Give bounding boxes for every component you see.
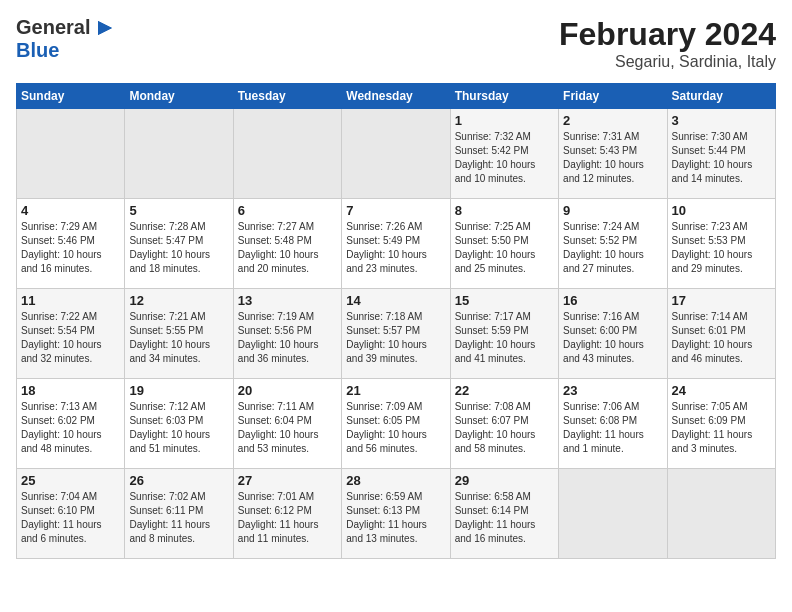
day-info: Sunrise: 7:12 AM Sunset: 6:03 PM Dayligh… xyxy=(129,400,228,456)
day-number: 15 xyxy=(455,293,554,308)
day-number: 9 xyxy=(563,203,662,218)
day-info: Sunrise: 7:17 AM Sunset: 5:59 PM Dayligh… xyxy=(455,310,554,366)
calendar-cell: 24Sunrise: 7:05 AM Sunset: 6:09 PM Dayli… xyxy=(667,379,775,469)
header-wednesday: Wednesday xyxy=(342,84,450,109)
header-tuesday: Tuesday xyxy=(233,84,341,109)
logo-general: General xyxy=(16,16,90,39)
svg-marker-1 xyxy=(98,21,112,35)
day-number: 22 xyxy=(455,383,554,398)
day-info: Sunrise: 7:06 AM Sunset: 6:08 PM Dayligh… xyxy=(563,400,662,456)
calendar-subtitle: Segariu, Sardinia, Italy xyxy=(559,53,776,71)
day-number: 21 xyxy=(346,383,445,398)
day-number: 3 xyxy=(672,113,771,128)
day-info: Sunrise: 7:28 AM Sunset: 5:47 PM Dayligh… xyxy=(129,220,228,276)
day-number: 27 xyxy=(238,473,337,488)
day-info: Sunrise: 7:09 AM Sunset: 6:05 PM Dayligh… xyxy=(346,400,445,456)
calendar-cell xyxy=(125,109,233,199)
calendar-cell: 9Sunrise: 7:24 AM Sunset: 5:52 PM Daylig… xyxy=(559,199,667,289)
day-number: 24 xyxy=(672,383,771,398)
calendar-cell: 20Sunrise: 7:11 AM Sunset: 6:04 PM Dayli… xyxy=(233,379,341,469)
day-number: 1 xyxy=(455,113,554,128)
logo: General Blue xyxy=(16,16,116,62)
calendar-cell: 13Sunrise: 7:19 AM Sunset: 5:56 PM Dayli… xyxy=(233,289,341,379)
day-number: 28 xyxy=(346,473,445,488)
title-block: February 2024 Segariu, Sardinia, Italy xyxy=(559,16,776,71)
calendar-cell: 19Sunrise: 7:12 AM Sunset: 6:03 PM Dayli… xyxy=(125,379,233,469)
day-info: Sunrise: 7:05 AM Sunset: 6:09 PM Dayligh… xyxy=(672,400,771,456)
day-info: Sunrise: 7:13 AM Sunset: 6:02 PM Dayligh… xyxy=(21,400,120,456)
day-number: 20 xyxy=(238,383,337,398)
day-info: Sunrise: 7:22 AM Sunset: 5:54 PM Dayligh… xyxy=(21,310,120,366)
day-number: 7 xyxy=(346,203,445,218)
header-sunday: Sunday xyxy=(17,84,125,109)
calendar-cell xyxy=(667,469,775,559)
day-info: Sunrise: 7:26 AM Sunset: 5:49 PM Dayligh… xyxy=(346,220,445,276)
calendar-week-row: 1Sunrise: 7:32 AM Sunset: 5:42 PM Daylig… xyxy=(17,109,776,199)
calendar-table: SundayMondayTuesdayWednesdayThursdayFrid… xyxy=(16,83,776,559)
day-info: Sunrise: 7:29 AM Sunset: 5:46 PM Dayligh… xyxy=(21,220,120,276)
calendar-week-row: 11Sunrise: 7:22 AM Sunset: 5:54 PM Dayli… xyxy=(17,289,776,379)
day-number: 17 xyxy=(672,293,771,308)
day-info: Sunrise: 7:32 AM Sunset: 5:42 PM Dayligh… xyxy=(455,130,554,186)
day-info: Sunrise: 7:21 AM Sunset: 5:55 PM Dayligh… xyxy=(129,310,228,366)
day-number: 11 xyxy=(21,293,120,308)
calendar-cell xyxy=(233,109,341,199)
day-info: Sunrise: 7:19 AM Sunset: 5:56 PM Dayligh… xyxy=(238,310,337,366)
day-info: Sunrise: 7:31 AM Sunset: 5:43 PM Dayligh… xyxy=(563,130,662,186)
calendar-cell: 10Sunrise: 7:23 AM Sunset: 5:53 PM Dayli… xyxy=(667,199,775,289)
day-info: Sunrise: 7:01 AM Sunset: 6:12 PM Dayligh… xyxy=(238,490,337,546)
calendar-cell: 26Sunrise: 7:02 AM Sunset: 6:11 PM Dayli… xyxy=(125,469,233,559)
calendar-cell: 28Sunrise: 6:59 AM Sunset: 6:13 PM Dayli… xyxy=(342,469,450,559)
calendar-cell: 11Sunrise: 7:22 AM Sunset: 5:54 PM Dayli… xyxy=(17,289,125,379)
calendar-cell: 1Sunrise: 7:32 AM Sunset: 5:42 PM Daylig… xyxy=(450,109,558,199)
day-info: Sunrise: 7:18 AM Sunset: 5:57 PM Dayligh… xyxy=(346,310,445,366)
calendar-cell: 5Sunrise: 7:28 AM Sunset: 5:47 PM Daylig… xyxy=(125,199,233,289)
calendar-cell: 21Sunrise: 7:09 AM Sunset: 6:05 PM Dayli… xyxy=(342,379,450,469)
calendar-cell: 7Sunrise: 7:26 AM Sunset: 5:49 PM Daylig… xyxy=(342,199,450,289)
calendar-cell: 14Sunrise: 7:18 AM Sunset: 5:57 PM Dayli… xyxy=(342,289,450,379)
day-number: 18 xyxy=(21,383,120,398)
day-info: Sunrise: 7:02 AM Sunset: 6:11 PM Dayligh… xyxy=(129,490,228,546)
day-info: Sunrise: 7:24 AM Sunset: 5:52 PM Dayligh… xyxy=(563,220,662,276)
day-number: 6 xyxy=(238,203,337,218)
calendar-cell: 12Sunrise: 7:21 AM Sunset: 5:55 PM Dayli… xyxy=(125,289,233,379)
calendar-cell xyxy=(17,109,125,199)
day-number: 26 xyxy=(129,473,228,488)
day-number: 16 xyxy=(563,293,662,308)
header-saturday: Saturday xyxy=(667,84,775,109)
calendar-cell xyxy=(342,109,450,199)
page-header: General Blue February 2024 Segariu, Sard… xyxy=(16,16,776,71)
day-number: 2 xyxy=(563,113,662,128)
calendar-cell: 16Sunrise: 7:16 AM Sunset: 6:00 PM Dayli… xyxy=(559,289,667,379)
day-number: 23 xyxy=(563,383,662,398)
header-friday: Friday xyxy=(559,84,667,109)
calendar-cell: 25Sunrise: 7:04 AM Sunset: 6:10 PM Dayli… xyxy=(17,469,125,559)
day-number: 13 xyxy=(238,293,337,308)
calendar-cell: 6Sunrise: 7:27 AM Sunset: 5:48 PM Daylig… xyxy=(233,199,341,289)
day-info: Sunrise: 7:16 AM Sunset: 6:00 PM Dayligh… xyxy=(563,310,662,366)
day-info: Sunrise: 7:11 AM Sunset: 6:04 PM Dayligh… xyxy=(238,400,337,456)
header-monday: Monday xyxy=(125,84,233,109)
logo-blue: Blue xyxy=(16,39,59,62)
calendar-cell: 18Sunrise: 7:13 AM Sunset: 6:02 PM Dayli… xyxy=(17,379,125,469)
day-info: Sunrise: 7:08 AM Sunset: 6:07 PM Dayligh… xyxy=(455,400,554,456)
calendar-header-row: SundayMondayTuesdayWednesdayThursdayFrid… xyxy=(17,84,776,109)
day-info: Sunrise: 7:23 AM Sunset: 5:53 PM Dayligh… xyxy=(672,220,771,276)
logo-arrow-icon xyxy=(94,17,116,39)
day-info: Sunrise: 7:25 AM Sunset: 5:50 PM Dayligh… xyxy=(455,220,554,276)
day-number: 29 xyxy=(455,473,554,488)
calendar-week-row: 18Sunrise: 7:13 AM Sunset: 6:02 PM Dayli… xyxy=(17,379,776,469)
day-number: 10 xyxy=(672,203,771,218)
calendar-cell: 27Sunrise: 7:01 AM Sunset: 6:12 PM Dayli… xyxy=(233,469,341,559)
calendar-week-row: 25Sunrise: 7:04 AM Sunset: 6:10 PM Dayli… xyxy=(17,469,776,559)
day-number: 4 xyxy=(21,203,120,218)
calendar-cell: 23Sunrise: 7:06 AM Sunset: 6:08 PM Dayli… xyxy=(559,379,667,469)
day-info: Sunrise: 7:27 AM Sunset: 5:48 PM Dayligh… xyxy=(238,220,337,276)
calendar-cell: 15Sunrise: 7:17 AM Sunset: 5:59 PM Dayli… xyxy=(450,289,558,379)
day-info: Sunrise: 6:58 AM Sunset: 6:14 PM Dayligh… xyxy=(455,490,554,546)
day-number: 19 xyxy=(129,383,228,398)
calendar-title: February 2024 xyxy=(559,16,776,53)
day-number: 5 xyxy=(129,203,228,218)
calendar-cell: 8Sunrise: 7:25 AM Sunset: 5:50 PM Daylig… xyxy=(450,199,558,289)
calendar-cell: 29Sunrise: 6:58 AM Sunset: 6:14 PM Dayli… xyxy=(450,469,558,559)
